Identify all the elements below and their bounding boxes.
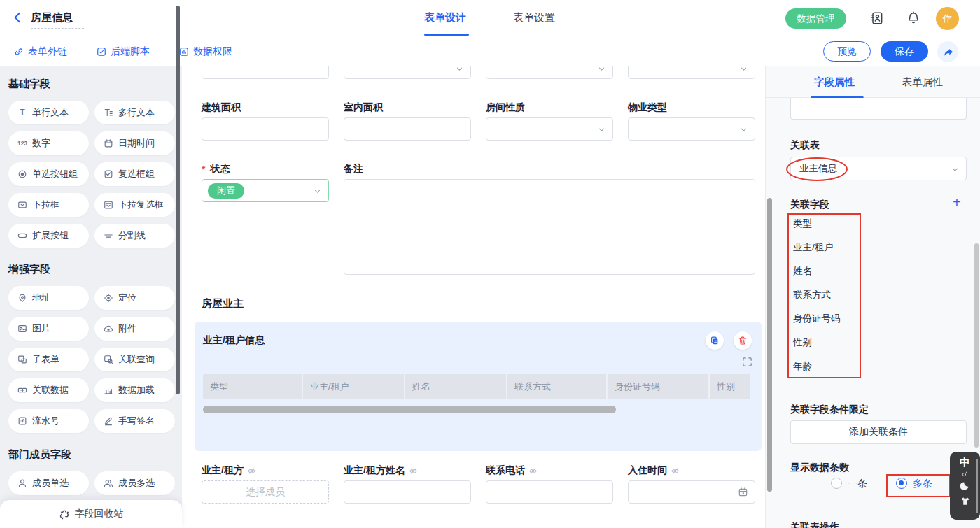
room-nature-select[interactable] (486, 117, 613, 141)
copy-icon[interactable] (706, 331, 724, 350)
avatar[interactable]: 作 (936, 7, 959, 30)
contact-book-icon[interactable] (870, 11, 884, 25)
back-icon[interactable] (11, 10, 25, 26)
related-table-value: 业主信息 (799, 162, 837, 175)
radio-multiple[interactable] (896, 478, 907, 489)
tab-form-properties[interactable]: 表单属性 (895, 76, 951, 89)
subtable-widget[interactable]: 业主/租户信息 类型业主/租户姓名联系方式身份证号码性别 (195, 322, 762, 451)
field-pill[interactable]: 手写签名 (94, 409, 175, 433)
radio-single-label[interactable]: 一条 (848, 478, 867, 490)
eye-off-icon (409, 466, 418, 476)
moon-icon[interactable] (960, 480, 971, 494)
add-field-icon[interactable]: + (953, 195, 961, 209)
related-field-item[interactable]: 联系方式 (793, 283, 863, 307)
tab-form-settings[interactable]: 表单设置 (513, 11, 555, 24)
field-pill[interactable]: 下拉复选框 (94, 193, 175, 217)
tab-form-design[interactable]: 表单设计 (424, 11, 466, 24)
field-pill[interactable]: 定位 (94, 286, 175, 310)
section-title-enhanced: 增强字段 (8, 263, 182, 277)
ime-punctuation-icon[interactable] (961, 470, 969, 478)
field-pill[interactable]: 子表单 (8, 348, 89, 371)
related-field-item[interactable]: 类型 (793, 212, 863, 236)
shirt-icon[interactable] (960, 496, 971, 510)
field-pill[interactable]: 关联数据 (8, 378, 89, 402)
field-pill[interactable]: 图片 (8, 317, 89, 341)
trash-icon[interactable] (734, 331, 752, 350)
subtable-column-header: 联系方式 (507, 374, 608, 399)
select-input[interactable] (628, 66, 755, 79)
toolbar-link[interactable]: 数据权限 (179, 45, 232, 58)
text-input[interactable] (202, 66, 329, 79)
field-pill[interactable]: 关联查询 (94, 348, 175, 371)
related-field-item[interactable]: 性别 (793, 331, 863, 355)
related-field-item[interactable]: 业主/租户 (793, 236, 863, 259)
window-scrollbar[interactable] (974, 243, 979, 448)
ime-language-toggle[interactable]: 中 (960, 457, 970, 468)
related-field-item[interactable]: 姓名 (793, 259, 863, 283)
bell-icon[interactable] (906, 11, 920, 25)
field-pill[interactable]: T 单行文本 (8, 101, 89, 124)
chevron-down-icon (456, 66, 463, 73)
image-icon (17, 323, 28, 334)
share-button[interactable] (937, 41, 958, 62)
building-area-input[interactable] (202, 117, 329, 141)
member-picker[interactable]: 选择成员 (202, 480, 329, 504)
add-condition-button[interactable]: 添加关联条件 (790, 420, 967, 444)
field-label: 室内面积 (344, 101, 471, 115)
related-table-select[interactable]: 业主信息 (790, 157, 967, 180)
related-fields-list: 类型业主/租户姓名联系方式身份证号码性别年龄 (793, 212, 863, 378)
data-manage-button[interactable]: 数据管理 (785, 8, 846, 29)
field-label: 房间性质 (486, 101, 613, 115)
field-pill[interactable]: 成员单选 (8, 471, 89, 495)
field-pill[interactable]: 日期时间 (94, 131, 175, 155)
remark-textarea[interactable] (344, 179, 755, 275)
field-pill[interactable]: 单选按钮组 (8, 162, 89, 186)
select-input[interactable] (344, 66, 471, 79)
clipped-input[interactable] (790, 98, 967, 120)
canvas-scrollbar[interactable] (767, 198, 772, 492)
field-pill[interactable]: 流水号 (8, 409, 89, 433)
field-recycle-bin[interactable]: 字段回收站 (0, 500, 182, 528)
active-tab-underline (424, 34, 469, 36)
property-type-select[interactable] (628, 117, 755, 141)
sidebar-scrollbar[interactable] (176, 6, 180, 394)
expand-icon[interactable] (742, 357, 753, 368)
related-field-item[interactable]: 年龄 (793, 355, 863, 378)
radio-multiple-label[interactable]: 多条 (913, 478, 932, 490)
field-pill[interactable]: 数据加载 (94, 378, 175, 402)
field-pill[interactable]: 附件 (94, 317, 175, 341)
radio-group-icon (17, 169, 28, 180)
field-pill[interactable]: 复选框组 (94, 162, 175, 186)
condition-label: 关联字段条件限定 (790, 404, 869, 416)
radio-single[interactable] (831, 478, 842, 489)
app-header: 房屋信息 表单设计 表单设置 数据管理 作 (0, 0, 980, 36)
subtable-hscrollbar[interactable] (203, 406, 616, 413)
tab-field-properties[interactable]: 字段属性 (806, 76, 862, 89)
field-pill[interactable]: 多行文本 (94, 101, 175, 124)
checkbox-group-icon (103, 169, 114, 180)
field-pill[interactable]: 地址 (8, 286, 89, 310)
field-pill[interactable]: 123 数字 (8, 131, 89, 155)
field-pill[interactable]: 成员多选 (94, 471, 175, 495)
field-pill[interactable]: 分割线 (94, 224, 175, 248)
field-pill[interactable]: 扩展按钮 (8, 224, 89, 248)
chevron-down-icon (951, 166, 959, 173)
movein-date-input[interactable] (628, 480, 755, 504)
toolbar-link[interactable]: 表单外链 (14, 45, 67, 58)
subtable-column-header: 姓名 (405, 374, 507, 399)
ime-toolbar[interactable]: 中 (950, 452, 980, 520)
status-select[interactable]: 闲置 (202, 179, 329, 202)
phone-input[interactable] (486, 480, 613, 504)
preview-button[interactable]: 预览 (823, 41, 871, 62)
indoor-area-input[interactable] (344, 117, 471, 141)
field-label: 业主/租方 (202, 464, 329, 478)
related-table-label: 关联表 (790, 139, 820, 152)
toolbar-link[interactable]: 后端脚本 (97, 45, 150, 58)
field-pill[interactable]: 下拉框 (8, 193, 89, 217)
owner-name-input[interactable] (344, 480, 471, 504)
remark-label: 备注 (344, 162, 471, 176)
related-field-item[interactable]: 身份证号码 (793, 307, 863, 331)
title-edit-underline (31, 28, 84, 29)
select-input[interactable] (486, 66, 613, 79)
save-button[interactable]: 保存 (881, 41, 928, 62)
